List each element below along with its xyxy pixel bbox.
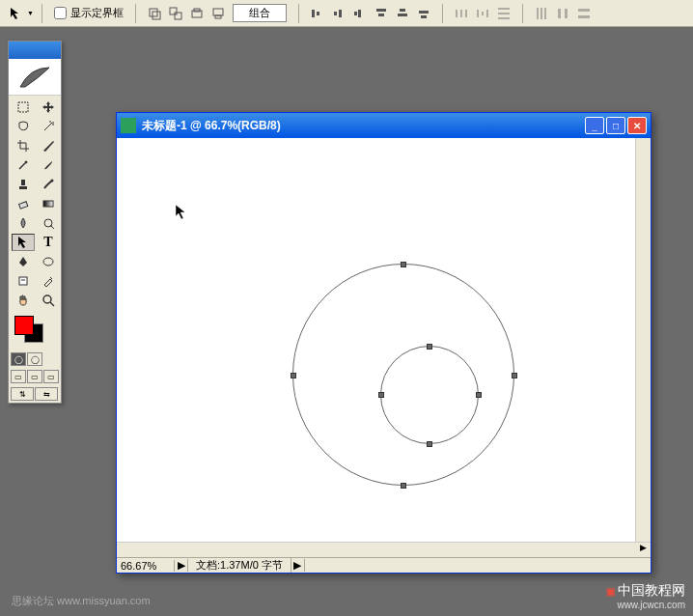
blur-tool-icon[interactable] [12, 214, 35, 232]
jump-1-icon[interactable]: ⇅ [11, 387, 34, 401]
svg-rect-9 [317, 12, 319, 15]
show-bounds-checkbox[interactable]: 显示定界框 [54, 6, 124, 20]
status-menu-arrow-icon[interactable]: ▶ [291, 559, 305, 572]
dropdown-arrow-icon[interactable]: ▼ [27, 10, 34, 16]
healing-tool-icon[interactable] [12, 156, 35, 174]
marquee-tool-icon[interactable] [12, 98, 35, 116]
scroll-right-arrow-icon[interactable]: ▶ [636, 543, 651, 552]
screenmode-3-icon[interactable]: ▭ [43, 370, 59, 383]
svg-rect-20 [456, 10, 457, 17]
document-info: 文档:1.37M/0 字节 [188, 558, 291, 573]
svg-rect-31 [544, 8, 546, 19]
align-icon-2[interactable] [329, 4, 348, 23]
svg-rect-13 [354, 12, 357, 15]
svg-rect-38 [19, 186, 27, 189]
path-select-tool-icon[interactable] [12, 234, 35, 251]
notes-tool-icon[interactable] [12, 272, 35, 290]
distribute-icon-1[interactable] [452, 4, 471, 23]
align-icon-1[interactable] [308, 4, 327, 23]
lasso-tool-icon[interactable] [12, 118, 35, 135]
move-tool-icon[interactable] [37, 98, 60, 116]
pen-tool-icon[interactable] [12, 253, 35, 270]
cursor-icon [175, 204, 184, 219]
distribute-icon-6[interactable] [574, 4, 594, 23]
svg-rect-10 [334, 12, 337, 15]
watermark-left: 思缘论坛 www.missyuan.com [12, 594, 151, 608]
svg-rect-17 [398, 14, 407, 16]
maximize-button[interactable]: □ [606, 117, 625, 134]
svg-point-46 [43, 295, 51, 303]
zoom-field[interactable]: 66.67% [117, 560, 175, 572]
path-handle[interactable] [291, 373, 296, 378]
path-handle[interactable] [401, 262, 406, 267]
svg-rect-22 [465, 10, 467, 17]
align-icon-5[interactable] [393, 4, 412, 23]
separator [42, 4, 42, 23]
foreground-color[interactable] [14, 316, 34, 335]
svg-rect-11 [339, 10, 342, 17]
document-titlebar[interactable]: 未标题-1 @ 66.7%(RGB/8) _ □ ✕ [117, 113, 651, 138]
type-tool-icon[interactable]: T [37, 234, 60, 251]
hand-tool-icon[interactable] [12, 292, 35, 309]
eraser-tool-icon[interactable] [12, 195, 35, 212]
path-handle[interactable] [476, 392, 482, 398]
svg-rect-29 [537, 8, 539, 19]
document-title: 未标题-1 @ 66.7%(RGB/8) [142, 118, 585, 134]
zoom-tool-icon[interactable] [37, 292, 60, 309]
path-handle[interactable] [427, 441, 432, 447]
tools-panel: T ◯ ◯ ▭ ▭ ▭ ⇅ ⇆ [8, 41, 62, 404]
history-brush-tool-icon[interactable] [37, 176, 60, 193]
svg-rect-7 [215, 15, 221, 18]
wand-tool-icon[interactable] [37, 118, 60, 135]
separator [135, 4, 136, 23]
screenmode-2-icon[interactable]: ▭ [27, 370, 42, 383]
svg-rect-36 [18, 102, 28, 112]
path-handle[interactable] [427, 344, 432, 350]
ellipse-path-small[interactable] [380, 346, 479, 444]
layer-icon-1[interactable] [145, 4, 164, 23]
status-arrow-icon[interactable]: ▶ [175, 559, 188, 572]
screenmode-1-icon[interactable]: ▭ [11, 370, 26, 383]
distribute-icon-4[interactable] [532, 4, 551, 23]
minimize-button[interactable]: _ [585, 117, 604, 134]
close-button[interactable]: ✕ [627, 117, 647, 134]
svg-rect-26 [498, 8, 510, 10]
group-button[interactable]: 组合 [233, 4, 287, 22]
document-window: 未标题-1 @ 66.7%(RGB/8) _ □ ✕ ▶ 66.67% ▶ 文档… [116, 112, 651, 574]
slice-tool-icon[interactable] [37, 137, 60, 154]
standard-mode-icon[interactable]: ◯ [11, 352, 26, 366]
brush-tool-icon[interactable] [37, 156, 60, 174]
distribute-icon-2[interactable] [473, 4, 492, 23]
align-icon-4[interactable] [372, 4, 391, 23]
align-icon-3[interactable] [350, 4, 370, 23]
align-icon-6[interactable] [414, 4, 433, 23]
quickmask-mode-icon[interactable]: ◯ [27, 352, 42, 366]
path-handle[interactable] [401, 483, 406, 489]
crop-tool-icon[interactable] [12, 137, 35, 154]
layer-icon-2[interactable] [166, 4, 185, 23]
watermark-right: ▣ 中国教程网 www.jcwcn.com [606, 582, 685, 610]
cursor-tool-icon[interactable] [6, 4, 25, 23]
shape-tool-icon[interactable] [37, 253, 60, 270]
eyedropper-tool-icon[interactable] [37, 272, 60, 290]
layer-icon-3[interactable] [187, 4, 207, 23]
layer-icon-4[interactable] [208, 4, 228, 23]
svg-rect-12 [358, 10, 361, 17]
separator [298, 4, 299, 23]
distribute-icon-3[interactable] [494, 4, 513, 23]
dodge-tool-icon[interactable] [37, 214, 60, 232]
gradient-tool-icon[interactable] [37, 195, 60, 212]
horizontal-scrollbar[interactable]: ▶ [117, 542, 651, 557]
svg-rect-35 [578, 15, 590, 18]
path-handle[interactable] [512, 373, 517, 378]
vertical-scrollbar[interactable] [635, 138, 651, 542]
jump-2-icon[interactable]: ⇆ [35, 387, 58, 401]
path-handle[interactable] [378, 392, 384, 398]
separator [522, 4, 523, 23]
canvas[interactable] [117, 138, 635, 542]
svg-rect-28 [498, 17, 510, 19]
stamp-tool-icon[interactable] [12, 176, 35, 193]
distribute-icon-5[interactable] [553, 4, 572, 23]
color-swatches[interactable] [11, 316, 59, 347]
tools-titlebar[interactable] [9, 42, 61, 59]
